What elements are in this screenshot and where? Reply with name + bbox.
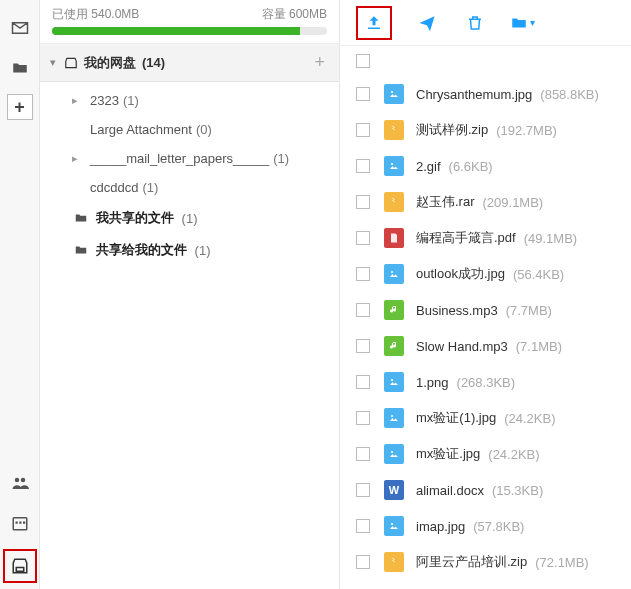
- file-row[interactable]: Slow Hand.mp3(7.1MB): [340, 328, 631, 364]
- tree-item[interactable]: ▸_____mail_letter_papers_____(1): [40, 144, 339, 173]
- svg-rect-6: [16, 568, 24, 572]
- archive-file-icon: [384, 552, 404, 572]
- file-checkbox[interactable]: [356, 411, 370, 425]
- file-row[interactable]: 2.gif(6.6KB): [340, 148, 631, 184]
- svg-point-20: [391, 415, 393, 417]
- image-file-icon: [384, 372, 404, 392]
- file-name: 编程高手箴言.pdf: [416, 229, 516, 247]
- tree-item-count: (1): [273, 151, 289, 166]
- file-row[interactable]: outlook成功.jpg(56.4KB): [340, 256, 631, 292]
- svg-rect-14: [393, 198, 394, 199]
- storage-fill: [52, 27, 300, 35]
- file-checkbox[interactable]: [356, 303, 370, 317]
- file-size: (858.8KB): [540, 87, 599, 102]
- file-row[interactable]: mx验证.jpg(24.2KB): [340, 436, 631, 472]
- svg-point-8: [391, 91, 393, 93]
- svg-point-18: [391, 271, 393, 273]
- file-checkbox[interactable]: [356, 555, 370, 569]
- delete-button[interactable]: [462, 10, 488, 36]
- svg-point-22: [391, 523, 393, 525]
- file-checkbox[interactable]: [356, 447, 370, 461]
- image-file-icon: [384, 408, 404, 428]
- file-size: (24.2KB): [488, 447, 539, 462]
- image-file-icon: [384, 84, 404, 104]
- file-checkbox[interactable]: [356, 231, 370, 245]
- file-row[interactable]: Walimail.docx(15.3KB): [340, 472, 631, 508]
- folder-nav-icon[interactable]: [6, 54, 34, 82]
- file-row[interactable]: Business.mp3(7.7MB): [340, 292, 631, 328]
- file-checkbox[interactable]: [356, 87, 370, 101]
- svg-rect-3: [15, 522, 17, 524]
- tree-share-item[interactable]: 我共享的文件 (1): [40, 202, 339, 234]
- file-name: Business.mp3: [416, 303, 498, 318]
- upload-button[interactable]: [356, 6, 392, 40]
- file-size: (7.1MB): [516, 339, 562, 354]
- tree-item-count: (1): [178, 211, 198, 226]
- file-checkbox[interactable]: [356, 483, 370, 497]
- file-size: (268.3KB): [457, 375, 516, 390]
- file-name: Slow Hand.mp3: [416, 339, 508, 354]
- root-label: 我的网盘: [84, 54, 136, 72]
- tree-item-count: (1): [123, 93, 139, 108]
- file-row[interactable]: imap.jpg(57.8KB): [340, 508, 631, 544]
- file-size: (57.8KB): [473, 519, 524, 534]
- select-all-checkbox[interactable]: [356, 54, 370, 68]
- file-size: (6.6KB): [449, 159, 493, 174]
- image-file-icon: [384, 516, 404, 536]
- tree-item[interactable]: Large Attachment(0): [40, 115, 339, 144]
- storage-bar: [52, 27, 327, 35]
- disk-small-icon: [64, 56, 78, 70]
- svg-rect-26: [394, 561, 395, 562]
- tree-root[interactable]: ▾ 我的网盘 (14) +: [40, 44, 339, 82]
- chevron-down-icon: ▾: [50, 56, 64, 69]
- left-rail: +: [0, 0, 40, 589]
- doc-file-icon: W: [384, 480, 404, 500]
- file-name: 赵玉伟.rar: [416, 193, 475, 211]
- tree-share-item[interactable]: 共享给我的文件 (1): [40, 234, 339, 266]
- file-size: (56.4KB): [513, 267, 564, 282]
- add-folder-button[interactable]: +: [310, 52, 329, 73]
- file-checkbox[interactable]: [356, 195, 370, 209]
- tree-item-label: 2323: [90, 93, 119, 108]
- add-button[interactable]: +: [7, 94, 33, 120]
- storage-used-label: 已使用 540.0MB: [52, 6, 139, 23]
- tree-item-count: (1): [191, 243, 211, 258]
- file-row[interactable]: 编程高手箴言.pdf(49.1MB): [340, 220, 631, 256]
- file-checkbox[interactable]: [356, 159, 370, 173]
- svg-rect-24: [394, 559, 395, 560]
- file-name: mx验证.jpg: [416, 445, 480, 463]
- file-row[interactable]: 阿里云产品培训.zip(72.1MB): [340, 544, 631, 580]
- audio-file-icon: [384, 300, 404, 320]
- tree-item[interactable]: ▸2323(1): [40, 86, 339, 115]
- mail-icon[interactable]: [6, 14, 34, 42]
- file-checkbox[interactable]: [356, 267, 370, 281]
- file-row[interactable]: 赵玉伟.rar(209.1MB): [340, 184, 631, 220]
- tree-item-label: cdcddcd: [90, 180, 138, 195]
- file-row[interactable]: 1.png(268.3KB): [340, 364, 631, 400]
- tree-item[interactable]: cdcddcd(1): [40, 173, 339, 202]
- disk-icon[interactable]: [3, 549, 37, 583]
- file-name: 阿里云产品培训.zip: [416, 553, 527, 571]
- svg-rect-15: [394, 199, 395, 200]
- storage-summary: 已使用 540.0MB 容量 600MB: [40, 0, 339, 44]
- file-checkbox[interactable]: [356, 123, 370, 137]
- calendar-icon[interactable]: [6, 509, 34, 537]
- file-checkbox[interactable]: [356, 339, 370, 353]
- tree-item-count: (0): [196, 122, 212, 137]
- file-row[interactable]: mx验证(1).jpg(24.2KB): [340, 400, 631, 436]
- file-row[interactable]: 测试样例.zip(192.7MB): [340, 112, 631, 148]
- file-checkbox[interactable]: [356, 375, 370, 389]
- send-button[interactable]: [414, 10, 440, 36]
- file-size: (72.1MB): [535, 555, 588, 570]
- file-size: (209.1MB): [483, 195, 544, 210]
- folder-action-button[interactable]: ▾: [510, 10, 535, 36]
- tree-item-label: Large Attachment: [90, 122, 192, 137]
- file-panel: ▾ Chrysanthemum.jpg(858.8KB)测试样例.zip(192…: [340, 0, 631, 589]
- storage-cap-label: 容量 600MB: [262, 6, 327, 23]
- file-checkbox[interactable]: [356, 519, 370, 533]
- contacts-icon[interactable]: [6, 469, 34, 497]
- chevron-right-icon: ▸: [72, 94, 86, 107]
- file-name: 2.gif: [416, 159, 441, 174]
- file-row[interactable]: Chrysanthemum.jpg(858.8KB): [340, 76, 631, 112]
- svg-rect-7: [368, 27, 380, 29]
